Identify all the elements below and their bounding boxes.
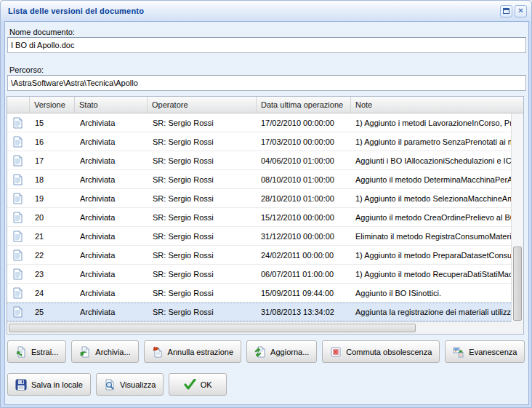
button-label: Salva in locale [31, 380, 83, 389]
cell-stato: Archiviata [75, 251, 148, 260]
table-row[interactable]: 15 Archiviata SR: Sergio Rossi 17/02/201… [7, 113, 511, 132]
cell-operatore: SR: Sergio Rossi [148, 137, 257, 146]
cell-stato: Archiviata [75, 137, 148, 146]
bottom-toolbar: Salva in locale Visualizza OK [7, 373, 227, 396]
cell-operatore: SR: Sergio Rossi [148, 308, 257, 316]
versions-grid: Versione Stato Operatore Data ultima ope… [7, 96, 524, 335]
column-header-data-ultima-operazione[interactable]: Data ultima operazione [257, 97, 351, 113]
cell-versione: 21 [30, 232, 75, 241]
document-icon [7, 268, 30, 280]
table-row[interactable]: 18 Archiviata SR: Sergio Rossi 08/10/201… [7, 170, 511, 189]
table-row[interactable]: 20 Archiviata SR: Sergio Rossi 15/12/201… [7, 208, 511, 227]
document-icon [7, 117, 30, 129]
horizontal-scrollbar[interactable] [7, 321, 511, 334]
cell-stato: Archiviata [75, 156, 148, 165]
aggiorna-button[interactable]: Aggiorna... [246, 340, 317, 363]
table-row[interactable]: 24 Archiviata SR: Sergio Rossi 15/09/201… [7, 284, 511, 303]
cell-versione: 19 [30, 194, 75, 203]
archivia-button[interactable]: Archivia... [71, 340, 138, 363]
cell-operatore: SR: Sergio Rossi [148, 232, 257, 241]
cell-operatore: SR: Sergio Rossi [148, 156, 257, 165]
table-row[interactable]: 25 Archiviata SR: Sergio Rossi 31/08/201… [7, 303, 511, 321]
table-row[interactable]: 16 Archiviata SR: Sergio Rossi 17/03/201… [7, 132, 511, 151]
grid-header: Versione Stato Operatore Data ultima ope… [7, 97, 523, 113]
document-icon [7, 306, 30, 318]
cell-stato: Archiviata [75, 194, 148, 203]
cell-versione: 23 [30, 270, 75, 279]
grid-body: 15 Archiviata SR: Sergio Rossi 17/02/201… [7, 113, 511, 323]
cell-operatore: SR: Sergio Rossi [148, 194, 257, 203]
button-label: Evanescenza [469, 348, 517, 356]
cell-note: 1) Aggiunto il metodo PreparaDatasetCons… [351, 251, 511, 260]
cell-note: Aggiunti i BO IAllocazioniSchedulazioni … [351, 156, 511, 165]
cell-stato: Archiviata [75, 270, 148, 279]
extract-icon [15, 346, 27, 358]
cell-stato: Archiviata [75, 308, 148, 316]
cell-versione: 25 [30, 308, 75, 316]
titlebar[interactable]: Lista delle versioni del documento ✕ [1, 1, 531, 21]
annulla-estrazione-button[interactable]: Annulla estrazione [144, 340, 242, 363]
table-row[interactable]: 23 Archiviata SR: Sergio Rossi 06/07/201… [7, 265, 511, 284]
column-header-operatore[interactable]: Operatore [148, 97, 257, 113]
close-button[interactable]: ✕ [515, 5, 527, 17]
versions-dialog-window: Lista delle versioni del documento ✕ Nom… [0, 0, 532, 408]
cancel-extraction-icon [152, 346, 164, 358]
cell-operatore: SR: Sergio Rossi [148, 251, 257, 260]
column-header-versione[interactable]: Versione [30, 97, 75, 113]
evanescenza-button[interactable]: Evanescenza [445, 340, 525, 363]
window-title: Lista delle versioni del documento [8, 7, 144, 15]
view-icon [104, 379, 116, 391]
visualizza-button[interactable]: Visualizza [96, 373, 164, 396]
table-row[interactable]: 17 Archiviata SR: Sergio Rossi 04/06/201… [7, 151, 511, 170]
column-header-stato[interactable]: Stato [75, 97, 148, 113]
column-header-icon[interactable] [7, 97, 30, 113]
document-icon [7, 212, 30, 223]
cell-data-ultima-operazione: 24/02/2011 00:00:00 [257, 251, 351, 260]
cell-note: Aggiunto il metodo DeterminaMacchinaPerA… [351, 175, 511, 184]
path-label: Percorso: [9, 65, 44, 74]
button-label: Estrai... [31, 348, 58, 356]
button-label: Archivia... [95, 348, 130, 356]
cell-note: 1) Aggiunto i metodi LavorazioneInCorso,… [351, 119, 511, 127]
document-name-input[interactable] [7, 37, 526, 53]
cell-operatore: SR: Sergio Rossi [148, 213, 257, 222]
ok-button[interactable]: OK [169, 373, 227, 396]
cell-data-ultima-operazione: 08/10/2010 01:00:00 [257, 175, 351, 184]
cell-data-ultima-operazione: 06/07/2011 01:00:00 [257, 270, 351, 279]
cell-versione: 24 [30, 289, 75, 297]
cell-note: 1) Aggiunto il parametro SenzaPrenotati … [351, 137, 511, 146]
vertical-scrollbar[interactable] [511, 113, 523, 323]
cell-data-ultima-operazione: 31/08/2013 13:34:02 [257, 308, 351, 316]
cell-data-ultima-operazione: 28/10/2010 01:00:00 [257, 194, 351, 203]
column-header-note[interactable]: Note [351, 97, 523, 113]
cell-stato: Archiviata [75, 119, 148, 127]
estrai-button[interactable]: Estrai... [7, 340, 66, 363]
cell-note: Aggiunta la registrazione dei materiali … [351, 308, 511, 316]
document-icon [7, 287, 30, 299]
cell-note: 1) Aggiunto il metodo RecuperaDatiStatiM… [351, 270, 511, 279]
vertical-scrollbar-thumb[interactable] [513, 247, 522, 321]
window-tools: ✕ [500, 5, 527, 17]
cell-stato: Archiviata [75, 289, 148, 297]
cell-versione: 17 [30, 156, 75, 165]
document-icon [7, 231, 30, 242]
path-input[interactable] [7, 75, 526, 91]
cell-versione: 15 [30, 119, 75, 127]
table-row[interactable]: 22 Archiviata SR: Sergio Rossi 24/02/201… [7, 246, 511, 265]
cell-versione: 20 [30, 213, 75, 222]
screen: Lista delle versioni del documento ✕ Nom… [0, 0, 532, 408]
cell-versione: 16 [30, 137, 75, 146]
table-row[interactable]: 19 Archiviata SR: Sergio Rossi 28/10/201… [7, 189, 511, 208]
maximize-button[interactable] [500, 5, 512, 17]
horizontal-scrollbar-thumb[interactable] [9, 324, 416, 332]
cell-note: Aggiunto il metodo CreaOrdinePrelievo al… [351, 213, 511, 222]
commuta-obsolescenza-button[interactable]: Commuta obsolescenza [322, 340, 440, 363]
cell-data-ultima-operazione: 15/09/2011 09:44:00 [257, 289, 351, 297]
button-label: OK [201, 380, 212, 389]
document-icon [7, 136, 30, 148]
cell-versione: 22 [30, 251, 75, 260]
salva-in-locale-button[interactable]: Salva in locale [7, 373, 91, 396]
table-row[interactable]: 21 Archiviata SR: Sergio Rossi 31/12/201… [7, 227, 511, 246]
scrollbar-corner [511, 321, 523, 334]
button-label: Commuta obsolescenza [346, 348, 432, 356]
